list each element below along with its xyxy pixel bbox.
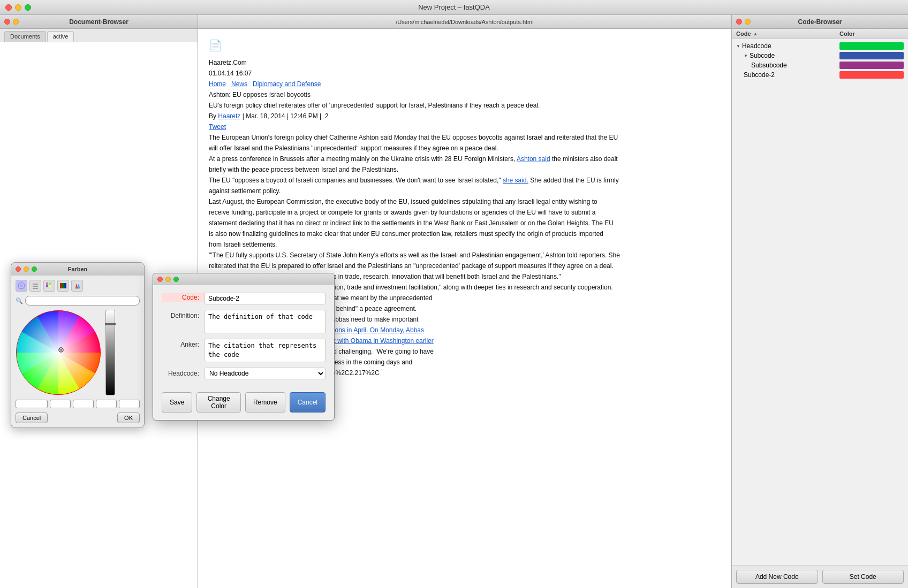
color-hex-row	[16, 400, 140, 408]
svg-rect-5	[46, 282, 48, 285]
hex-input-3[interactable]	[73, 400, 94, 408]
cp-tab-spectrum[interactable]	[57, 280, 69, 292]
headcode-select[interactable]: No Headcode	[205, 368, 326, 379]
set-code-button[interactable]: Set Code	[822, 570, 904, 584]
code-browser-controls[interactable]	[736, 19, 751, 25]
doc-tabs: Documents active	[0, 29, 198, 42]
cp-ok-button[interactable]: OK	[117, 413, 140, 423]
sort-arrow-icon: ▲	[753, 31, 758, 36]
doc-para-3: At a press conference in Brussels after …	[209, 154, 721, 164]
code-label: Code:	[162, 293, 205, 302]
maximize-button[interactable]	[25, 4, 31, 11]
doc-tweet: Tweet	[209, 122, 721, 132]
minimize-button[interactable]	[15, 4, 21, 11]
brightness-slider[interactable]	[105, 310, 115, 395]
doc-byline: By Haaretz | Mar. 18, 2014 | 12:46 PM | …	[209, 111, 721, 121]
window-controls[interactable]	[5, 4, 31, 11]
color-picker-titlebar: Farben	[11, 263, 144, 276]
hex-input-1[interactable]	[16, 400, 48, 408]
color-picker-body: 🔍	[11, 276, 144, 427]
she-said-link[interactable]: she said.	[503, 177, 528, 184]
doc-para-2: will offer Israel and the Palestinians "…	[209, 143, 721, 153]
tree-item-subcode[interactable]: ▼ Subcode	[739, 51, 908, 60]
doc-para-12: '"The EU fully supports U.S. Secretary o…	[209, 250, 721, 260]
doc-browser-controls[interactable]	[4, 19, 19, 25]
save-button[interactable]: Save	[162, 392, 192, 413]
add-new-code-button[interactable]: Add New Code	[736, 570, 818, 584]
code-dialog-body: Code: Definition: The definition of that…	[153, 285, 334, 420]
ashton-link[interactable]: Ashton said	[517, 155, 550, 163]
path-bar: /Users/michaelriedel/Downloads/Ashton/ou…	[198, 15, 731, 29]
code-browser: Code-Browser Code ▲ Color ▼ Headcode ▼ S…	[731, 15, 908, 588]
doc-browser-title: Document-Browser	[69, 18, 128, 26]
tweet-link[interactable]: Tweet	[209, 123, 226, 131]
code-browser-title: Code-Browser	[798, 18, 842, 26]
search-label: 🔍	[16, 297, 23, 304]
code-input[interactable]	[205, 293, 326, 304]
doc-para-13: reiterated that the EU is prepared to of…	[209, 261, 721, 271]
tree-item-subsubcode[interactable]: Subsubcode	[747, 60, 908, 70]
breadcrumb-home[interactable]: Home	[209, 80, 226, 88]
doc-para-11: from Israeli settlements.	[209, 240, 721, 249]
file-path: /Users/michaelriedel/Downloads/Ashton/ou…	[396, 19, 533, 25]
col-header-color: Color	[839, 30, 904, 37]
cp-minimize-button[interactable]	[24, 266, 29, 272]
tree-label-subcode: Subcode	[750, 52, 839, 59]
tree-label-headcode: Headcode	[742, 42, 839, 50]
title-bar: New Project – fastQDA	[0, 0, 908, 15]
anker-textarea[interactable]: The citation that represents the code	[205, 339, 326, 362]
cp-maximize-button[interactable]	[32, 266, 37, 272]
doc-para-6: against settlement policy.	[209, 186, 721, 196]
slider-thumb	[105, 323, 116, 325]
tree-label-subsubcode: Subsubcode	[751, 62, 839, 69]
color-picker-controls[interactable]	[16, 266, 37, 272]
cp-tab-crayons[interactable]	[71, 280, 83, 292]
color-picker-panel: Farben	[11, 262, 145, 428]
cancel-button[interactable]: Cancel	[290, 392, 326, 413]
code-edit-dialog: Code: Definition: The definition of that…	[153, 273, 335, 421]
svg-point-14	[17, 311, 100, 394]
dialog-buttons: Save Change Color Remove Cancel	[162, 387, 326, 413]
doc-browser-minimize[interactable]	[13, 19, 19, 25]
hex-input-4[interactable]	[96, 400, 117, 408]
doc-para-8: receive funding, participate in a projec…	[209, 208, 721, 217]
cd-zoom-button[interactable]	[173, 277, 179, 282]
color-wheel-container	[16, 310, 140, 395]
color-swatch-subcode2	[839, 71, 904, 79]
byline-link[interactable]: Haaretz	[218, 112, 240, 120]
color-wheel[interactable]	[16, 310, 101, 395]
cd-minimize-button[interactable]	[165, 277, 171, 282]
breadcrumb-diplomacy[interactable]: Diplomacy and Defense	[253, 80, 321, 88]
tab-active[interactable]: active	[47, 31, 74, 42]
doc-para-7: Last August, the European Commission, th…	[209, 197, 721, 207]
hex-input-5[interactable]	[119, 400, 140, 408]
color-search-row: 🔍	[16, 296, 140, 306]
tree-label-subcode2: Subcode-2	[744, 71, 839, 79]
tab-documents[interactable]: Documents	[4, 31, 46, 42]
cp-close-button[interactable]	[16, 266, 21, 272]
definition-textarea[interactable]: The definition of that code	[205, 310, 326, 333]
cd-close-button[interactable]	[157, 277, 163, 282]
close-button[interactable]	[5, 4, 12, 11]
code-browser-close[interactable]	[736, 19, 742, 25]
code-dialog-controls[interactable]	[157, 277, 179, 282]
cp-tab-sliders[interactable]	[29, 280, 41, 292]
doc-browser-close[interactable]	[4, 19, 10, 25]
form-row-headcode: Headcode: No Headcode	[162, 368, 326, 379]
tree-item-subcode2[interactable]: Subcode-2	[739, 70, 908, 80]
doc-headline: Ashton: EU opposes Israel boycotts	[209, 90, 721, 100]
code-browser-minimize[interactable]	[745, 19, 751, 25]
cp-tab-wheel[interactable]	[16, 280, 27, 292]
color-picker-footer: Cancel OK	[16, 413, 140, 423]
cp-tab-grid[interactable]	[43, 280, 55, 292]
cp-cancel-button[interactable]: Cancel	[16, 413, 48, 423]
color-swatch-subsubcode	[839, 62, 904, 69]
color-search-input[interactable]	[25, 296, 140, 306]
change-color-button[interactable]: Change Color	[196, 392, 241, 413]
doc-browser-titlebar: Document-Browser	[0, 15, 198, 29]
hex-input-2[interactable]	[50, 400, 71, 408]
tree-item-headcode[interactable]: ▼ Headcode	[732, 41, 908, 51]
breadcrumb-news[interactable]: News	[231, 80, 247, 88]
remove-button[interactable]: Remove	[245, 392, 285, 413]
doc-para-4: briefly with the peace process between I…	[209, 165, 721, 174]
